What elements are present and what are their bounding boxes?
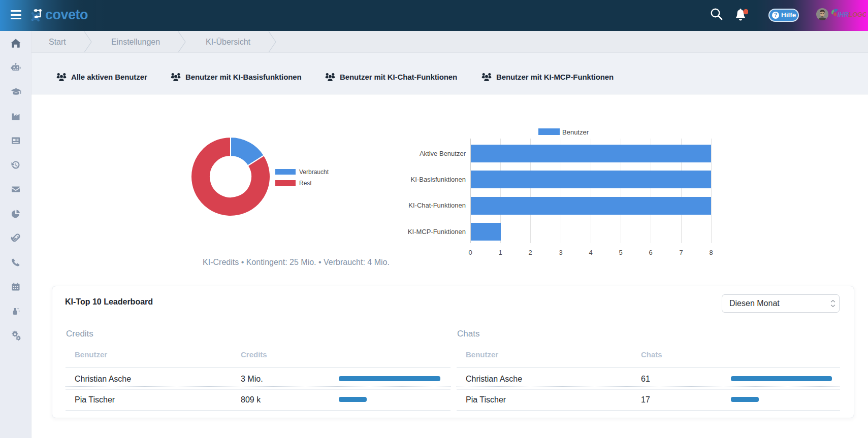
- svg-text:LOGO: LOGO: [849, 11, 866, 18]
- svg-text:IHR: IHR: [838, 11, 849, 18]
